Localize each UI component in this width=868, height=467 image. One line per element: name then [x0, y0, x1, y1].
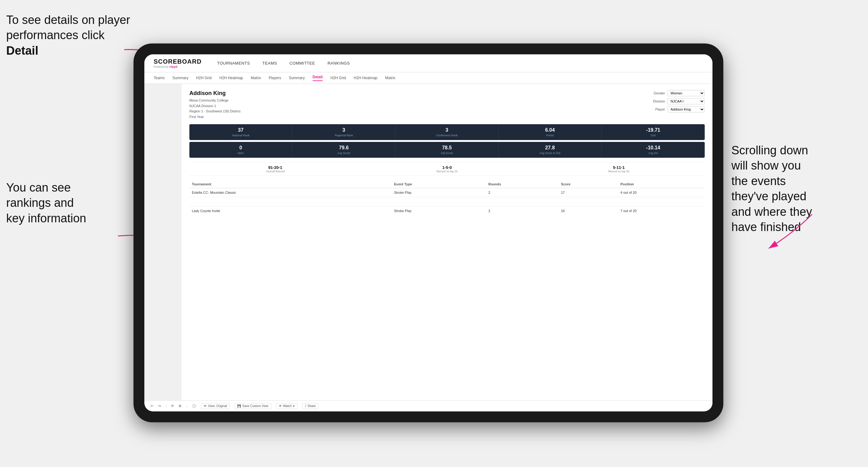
- toolbar-sep1: |: [165, 404, 166, 408]
- stats-row2: 0 Wins 79.6 Avg Score 78.5 Adj Score 27.…: [189, 142, 705, 158]
- score-1: 17: [558, 188, 618, 197]
- tab-detail[interactable]: Detail: [313, 75, 323, 81]
- watch-icon: 👁: [279, 404, 282, 408]
- stat-points: 6.04 Points: [499, 124, 602, 140]
- tournament-name-1: Estella CC- Mountain Classic: [189, 188, 392, 197]
- toolbar-settings-icon[interactable]: ⚙: [179, 404, 182, 408]
- stat-national-rank: 37 National Rank: [189, 124, 292, 140]
- toolbar-refresh-icon[interactable]: ⟳: [171, 404, 174, 408]
- annotation-rankings-line2: rankings and: [6, 196, 74, 209]
- col-event-type: Event Type: [392, 180, 486, 188]
- save-icon: 💾: [237, 404, 241, 408]
- stat-conference-rank: 3 Conference Rank: [396, 124, 499, 140]
- tab-summary2[interactable]: Summary: [289, 76, 305, 80]
- nav-tournaments[interactable]: TOURNAMENTS: [217, 61, 250, 65]
- table-row: Lady Coyote Invite Stroke Play 2 16 7 ou…: [189, 207, 705, 216]
- player-info: Addison King Mesa Community College NJCA…: [189, 90, 240, 120]
- tab-h2h-grid2[interactable]: H2H Grid: [330, 76, 346, 80]
- annotation-scrolling-line6: have finished: [732, 220, 801, 234]
- nav-rankings[interactable]: RANKINGS: [328, 61, 350, 65]
- col-position: Position: [618, 180, 705, 188]
- position-1: 4 out of 20: [618, 188, 705, 197]
- record-top25: 1-5-0 Record vs top 25: [361, 165, 533, 173]
- rounds-1: 2: [486, 188, 558, 197]
- toolbar-clock-icon: 🕐: [192, 404, 196, 408]
- filter-division: Division NJCAA I: [648, 98, 705, 104]
- player-year: First Year: [189, 114, 240, 120]
- second-nav: Teams Summary H2H Grid H2H Heatmap Matri…: [144, 72, 712, 84]
- division-label: Division: [648, 99, 665, 103]
- gender-label: Gender: [648, 91, 665, 95]
- content-panel: Addison King Mesa Community College NJCA…: [182, 84, 712, 400]
- stats-row1: 37 National Rank 3 Regional Rank 3 Confe…: [189, 124, 705, 140]
- stat-avg-sg: -10.14 Avg SG: [602, 142, 705, 158]
- stat-avg-score: 79.6 Avg Score: [292, 142, 396, 158]
- annotation-rankings-line3: key information: [6, 212, 86, 225]
- player-college: Mesa Community College: [189, 98, 240, 103]
- annotation-scrolling-line4: they've played: [732, 190, 807, 203]
- toolbar-redo-icon[interactable]: ↪: [158, 404, 161, 408]
- logo-powered: Powered by clippd: [154, 65, 202, 68]
- watch-label: Watch: [283, 404, 292, 408]
- annotation-rankings-line1: You can see: [6, 181, 71, 194]
- view-original-button[interactable]: 👁 View: Original: [201, 403, 230, 409]
- player-label: Player: [648, 107, 665, 111]
- tab-h2h-heatmap[interactable]: H2H Heatmap: [219, 76, 243, 80]
- record-overall: 91-20-1 Overall Record: [189, 165, 361, 173]
- records-row: 91-20-1 Overall Record 1-5-0 Record vs t…: [189, 162, 705, 176]
- share-button[interactable]: ⤴ Share: [302, 403, 319, 409]
- stat-regional-rank: 3 Regional Rank: [292, 124, 396, 140]
- annotation-scrolling-line1: Scrolling down: [732, 144, 808, 157]
- col-tournament: Tournament: [189, 180, 392, 188]
- rounds-3: 2: [486, 207, 558, 216]
- position-3: 7 out of 20: [618, 207, 705, 216]
- tournament-name-3: Lady Coyote Invite: [189, 207, 392, 216]
- tab-summary[interactable]: Summary: [172, 76, 188, 80]
- tab-matrix[interactable]: Matrix: [251, 76, 261, 80]
- tab-h2h-grid[interactable]: H2H Grid: [196, 76, 212, 80]
- save-custom-button[interactable]: 💾 Save Custom View: [235, 403, 271, 409]
- view-original-label: View: Original: [208, 404, 227, 408]
- watch-chevron: ▾: [293, 404, 294, 408]
- tab-teams[interactable]: Teams: [154, 76, 164, 80]
- bottom-toolbar: ↩ ↪ | ⟳ ⚙ | 🕐 👁 View: Original 💾 Save Cu…: [144, 400, 712, 411]
- tablet-frame: SCOREBOARD Powered by clippd TOURNAMENTS…: [133, 43, 723, 422]
- tab-players[interactable]: Players: [269, 76, 281, 80]
- left-sidebar: [144, 84, 182, 400]
- event-type-3: Stroke Play: [392, 207, 486, 216]
- toolbar-sep2: |: [186, 404, 187, 408]
- filter-gender: Gender Women: [648, 90, 705, 96]
- logo-scoreboard: SCOREBOARD: [154, 58, 202, 65]
- annotation-scrolling-line3: the events: [732, 175, 786, 188]
- col-rounds: Rounds: [486, 180, 558, 188]
- watch-button[interactable]: 👁 Watch ▾: [276, 403, 298, 409]
- stat-wins: 0 Wins: [189, 142, 292, 158]
- gender-select[interactable]: Women: [668, 90, 705, 96]
- tab-h2h-heatmap2[interactable]: H2H Heatmap: [353, 76, 377, 80]
- event-type-1: Stroke Play: [392, 188, 486, 197]
- annotation-top-left-text: To see details on player performances cl…: [6, 13, 130, 41]
- division-select[interactable]: NJCAA I: [668, 98, 705, 104]
- annotation-bottom-left: You can see rankings and key information: [6, 180, 124, 226]
- stat-adj-score: 78.5 Adj Score: [396, 142, 499, 158]
- nav-committee[interactable]: COMMITTEE: [289, 61, 315, 65]
- player-name: Addison King: [189, 90, 240, 97]
- table-row-empty: [189, 197, 705, 207]
- save-custom-label: Save Custom View: [242, 404, 268, 408]
- table-row: Estella CC- Mountain Classic Stroke Play…: [189, 188, 705, 197]
- player-select[interactable]: Addison King: [668, 106, 705, 113]
- record-top50: 5-11-1 Record vs top 50: [533, 165, 705, 173]
- player-header: Addison King Mesa Community College NJCA…: [189, 90, 705, 120]
- nav-teams[interactable]: TEAMS: [262, 61, 277, 65]
- tournament-table: Tournament Event Type Rounds Score Posit…: [189, 180, 705, 215]
- annotation-scrolling-line2: will show you: [732, 159, 801, 172]
- share-icon: ⤴: [305, 404, 306, 408]
- score-3: 16: [558, 207, 618, 216]
- toolbar-undo-icon[interactable]: ↩: [151, 404, 153, 408]
- top-nav: SCOREBOARD Powered by clippd TOURNAMENTS…: [144, 54, 712, 72]
- player-filters: Gender Women Division NJCAA I: [648, 90, 705, 113]
- tab-matrix2[interactable]: Matrix: [385, 76, 396, 80]
- col-score: Score: [558, 180, 618, 188]
- share-label: Share: [308, 404, 316, 408]
- logo-area: SCOREBOARD Powered by clippd: [154, 58, 202, 68]
